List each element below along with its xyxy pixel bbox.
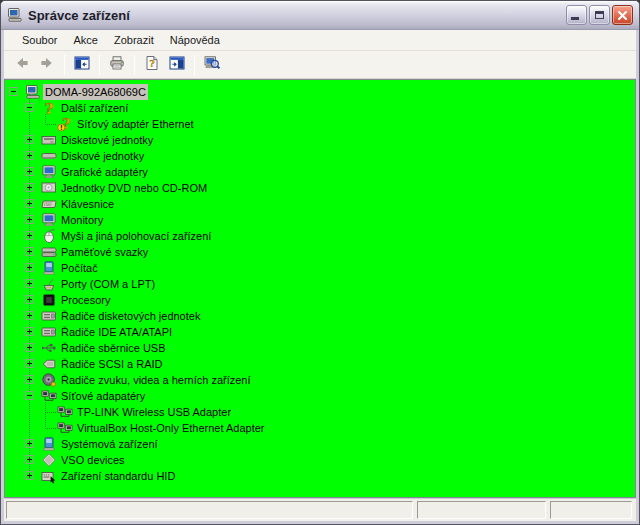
expand-toggle[interactable] [25, 231, 34, 240]
tree-item-label[interactable]: Řadiče SCSI a RAID [59, 356, 164, 372]
expand-toggle[interactable] [25, 359, 34, 368]
tree-row[interactable]: Systémová zařízení [5, 436, 635, 452]
expand-toggle[interactable] [25, 375, 34, 384]
tree-item-label[interactable]: Řadiče IDE ATA/ATAPI [59, 324, 174, 340]
tree-item-label[interactable]: Síťový adaptér Ethernet [75, 116, 196, 132]
tree-item-label[interactable]: Diskové jednotky [59, 148, 146, 164]
expand-toggle[interactable] [25, 279, 34, 288]
tree-row[interactable]: Řadiče IDE ATA/ATAPI [5, 324, 635, 340]
tree-item-label[interactable]: Klávesnice [59, 196, 116, 212]
expand-toggle[interactable] [25, 471, 34, 480]
menu-item-akce[interactable]: Akce [65, 31, 105, 49]
tree-item-label[interactable]: Síťové adapatéry [59, 388, 147, 404]
tree-item-label[interactable]: VSO devices [59, 452, 127, 468]
tree-item-label[interactable]: Zařízení standardu HID [59, 468, 177, 484]
expand-toggle[interactable] [25, 247, 34, 256]
expand-toggle[interactable] [25, 199, 34, 208]
tree-row[interactable]: Počítač [5, 260, 635, 276]
scan-hardware-changes-button[interactable] [200, 54, 224, 76]
tree-item-label[interactable]: Jednotky DVD nebo CD-ROM [59, 180, 209, 196]
tree-row[interactable]: Procesory [5, 292, 635, 308]
tree-item-label[interactable]: Řadiče disketových jednotek [59, 308, 202, 324]
tree-item-label[interactable]: Grafické adaptéry [59, 164, 150, 180]
tree-row[interactable]: TP-LINK Wireless USB Adapter [5, 404, 635, 420]
tree-item-label[interactable]: Řadiče zvuku, videa a herních zařízení [59, 372, 253, 388]
tree-item-label[interactable]: Paměťové svazky [59, 244, 150, 260]
tree-item-label[interactable]: Další zařízení [59, 100, 130, 116]
tree-row[interactable]: Jednotky DVD nebo CD-ROM [5, 180, 635, 196]
tree-row[interactable]: Síťové adapatéry [5, 388, 635, 404]
tree-row[interactable]: Řadiče sběrnice USB [5, 340, 635, 356]
tree-row[interactable]: Disketové jednotky [5, 132, 635, 148]
tree-row[interactable]: DOMA-992A68069C [5, 84, 635, 100]
expand-toggle[interactable] [25, 167, 34, 176]
tree-item-label[interactable]: Monitory [59, 212, 105, 228]
tree-item-label[interactable]: TP-LINK Wireless USB Adapter [75, 404, 233, 420]
storage-volume-icon [41, 244, 57, 260]
expand-toggle[interactable] [25, 263, 34, 272]
tree-item-label[interactable]: Počítač [59, 260, 100, 276]
print-button[interactable] [105, 54, 129, 76]
expand-toggle[interactable] [25, 215, 34, 224]
titlebar[interactable]: Správce zařízení [1, 1, 639, 30]
tree-item-label[interactable]: Systémová zařízení [59, 436, 160, 452]
collapse-toggle[interactable] [25, 391, 34, 400]
menu-bar: SouborAkceZobrazitNápověda [4, 30, 636, 51]
tree-row[interactable]: Grafické adaptéry [5, 164, 635, 180]
forward-button[interactable] [35, 54, 59, 76]
tree-item-label[interactable]: Řadiče sběrnice USB [59, 340, 168, 356]
tree-row[interactable]: VSO devices [5, 452, 635, 468]
tree-row[interactable]: Porty (COM a LPT) [5, 276, 635, 292]
expand-toggle[interactable] [25, 295, 34, 304]
collapse-toggle[interactable] [25, 103, 34, 112]
tree-row[interactable]: ?Další zařízení [5, 100, 635, 116]
tree-item-label[interactable]: Porty (COM a LPT) [59, 276, 157, 292]
display-adapter-icon [41, 164, 57, 180]
tree-item-label[interactable]: Procesory [59, 292, 113, 308]
back-button[interactable] [10, 54, 34, 76]
expand-toggle[interactable] [25, 455, 34, 464]
status-pane [6, 501, 413, 519]
expand-toggle[interactable] [25, 343, 34, 352]
cd-drive-icon [41, 180, 57, 196]
expand-toggle[interactable] [25, 327, 34, 336]
collapse-toggle[interactable] [9, 87, 18, 96]
tree-row[interactable]: VirtualBox Host-Only Ethernet Adapter [5, 420, 635, 436]
mouse-icon [41, 228, 57, 244]
tree-row[interactable]: Řadiče SCSI a RAID [5, 356, 635, 372]
expand-toggle[interactable] [25, 183, 34, 192]
device-tree[interactable]: DOMA-992A68069C?Další zařízení?!Síťový a… [4, 79, 636, 498]
close-button[interactable] [612, 5, 633, 25]
tree-row[interactable]: Řadiče disketových jednotek [5, 308, 635, 324]
tree-row[interactable]: Diskové jednotky [5, 148, 635, 164]
tree-row[interactable]: Paměťové svazky [5, 244, 635, 260]
menu-item-n-pov-da[interactable]: Nápověda [162, 31, 228, 49]
menu-item-zobrazit[interactable]: Zobrazit [106, 31, 162, 49]
tree-item-label[interactable]: Myši a jiná polohovací zařízení [59, 228, 213, 244]
tree-item-label[interactable]: DOMA-992A68069C [43, 84, 148, 100]
toolbar-separator [194, 55, 195, 75]
minimize-button[interactable] [566, 5, 587, 25]
help-button[interactable]: ? [140, 54, 164, 76]
maximize-button[interactable] [589, 5, 610, 25]
tree-item-label[interactable]: Disketové jednotky [59, 132, 155, 148]
tree-row[interactable]: Myši a jiná polohovací zařízení [5, 228, 635, 244]
window-computer-icon[interactable] [7, 7, 23, 23]
system-device-icon [41, 436, 57, 452]
show-action-pane-button[interactable] [165, 54, 189, 76]
show-console-tree-button[interactable] [70, 54, 94, 76]
sound-controller-icon [41, 372, 57, 388]
expand-toggle[interactable] [25, 311, 34, 320]
tree-item-label[interactable]: VirtualBox Host-Only Ethernet Adapter [75, 420, 267, 436]
close-icon [617, 10, 628, 21]
expand-toggle[interactable] [25, 135, 34, 144]
tree-row[interactable]: Monitory [5, 212, 635, 228]
tree-row[interactable]: Klávesnice [5, 196, 635, 212]
expand-toggle[interactable] [25, 439, 34, 448]
tree-row[interactable]: Řadiče zvuku, videa a herních zařízení [5, 372, 635, 388]
menu-item-soubor[interactable]: Soubor [14, 31, 65, 49]
tree-row[interactable]: Zařízení standardu HID [5, 468, 635, 484]
ide-controller-icon [41, 324, 57, 340]
expand-toggle[interactable] [25, 151, 34, 160]
tree-row[interactable]: ?!Síťový adaptér Ethernet [5, 116, 635, 132]
